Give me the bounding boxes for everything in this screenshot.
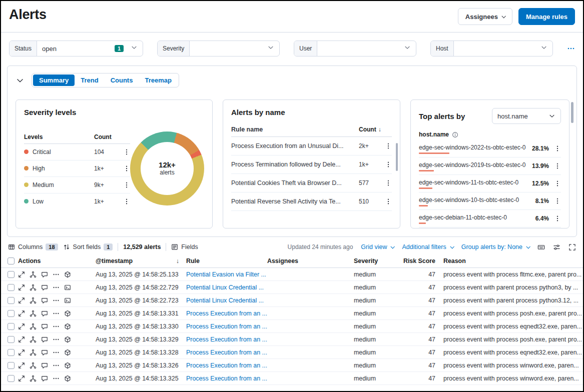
- expand-alert-icon[interactable]: [18, 310, 25, 317]
- row-actions-kebab-icon[interactable]: [123, 165, 130, 172]
- add-note-icon[interactable]: [41, 323, 48, 330]
- user-filter[interactable]: User: [294, 40, 416, 56]
- more-actions-icon[interactable]: [53, 336, 60, 343]
- row-checkbox[interactable]: [8, 323, 15, 330]
- keyboard-shortcuts-icon[interactable]: [537, 244, 545, 251]
- add-note-icon[interactable]: [41, 362, 48, 369]
- session-view-icon[interactable]: [64, 271, 71, 278]
- row-checkbox[interactable]: [8, 336, 15, 343]
- row-checkbox[interactable]: [8, 310, 15, 317]
- row-actions-kebab-icon[interactable]: [385, 161, 392, 168]
- table-row[interactable]: Aug 13, 2025 @ 14:58:22.723 Potential Li…: [1, 294, 583, 307]
- top-alerts-field-select[interactable]: host.name: [492, 108, 561, 124]
- row-checkbox[interactable]: [8, 349, 15, 356]
- analyze-event-icon[interactable]: [30, 271, 37, 278]
- col-count[interactable]: Count↓: [359, 126, 385, 133]
- table-row[interactable]: Aug 13, 2025 @ 14:58:13.330 Process Exec…: [1, 320, 583, 333]
- row-actions-kebab-icon[interactable]: [554, 198, 561, 204]
- add-note-icon[interactable]: [41, 284, 48, 291]
- expand-alert-icon[interactable]: [18, 271, 25, 278]
- analyze-event-icon[interactable]: [30, 323, 37, 330]
- fields-button[interactable]: Fields: [171, 244, 198, 250]
- grid-view-button[interactable]: Grid view: [361, 244, 394, 250]
- expand-alert-icon[interactable]: [18, 349, 25, 356]
- rule-link[interactable]: Process Execution from an ...: [186, 310, 267, 317]
- rule-link[interactable]: Potential Linux Credential ...: [186, 284, 267, 291]
- analyze-event-icon[interactable]: [30, 297, 37, 304]
- session-view-icon[interactable]: [64, 284, 71, 291]
- expand-alert-icon[interactable]: [18, 362, 25, 369]
- row-actions-kebab-icon[interactable]: [554, 180, 561, 187]
- more-actions-icon[interactable]: [53, 284, 60, 291]
- row-actions-kebab-icon[interactable]: [554, 162, 561, 170]
- tab-trend[interactable]: Trend: [75, 74, 104, 86]
- more-actions-icon[interactable]: [53, 323, 60, 330]
- additional-filters-button[interactable]: Additional filters: [402, 244, 453, 250]
- expand-alert-icon[interactable]: [18, 297, 25, 304]
- table-row[interactable]: Aug 13, 2025 @ 14:58:13.326 Process Exec…: [1, 359, 583, 372]
- session-view-icon[interactable]: [64, 362, 71, 369]
- analyze-event-icon[interactable]: [30, 362, 37, 369]
- expand-alert-icon[interactable]: [18, 284, 25, 291]
- more-actions-icon[interactable]: [53, 310, 60, 317]
- rule-link[interactable]: Potential Evasion via Filter ...: [186, 271, 267, 278]
- row-actions-kebab-icon[interactable]: [385, 180, 392, 186]
- session-view-icon[interactable]: [64, 375, 71, 382]
- row-checkbox[interactable]: [8, 284, 15, 291]
- col-timestamp[interactable]: @timestamp↓: [96, 258, 186, 264]
- host-filter[interactable]: Host: [430, 40, 553, 56]
- group-alerts-by-button[interactable]: Group alerts by: None: [461, 244, 529, 250]
- rule-link[interactable]: Process Execution from an ...: [186, 349, 267, 356]
- add-note-icon[interactable]: [41, 271, 48, 278]
- table-row[interactable]: Aug 13, 2025 @ 14:58:22.729 Potential Li…: [1, 281, 583, 294]
- col-risk-score[interactable]: Risk Score: [399, 258, 443, 264]
- session-view-icon[interactable]: [64, 310, 71, 317]
- table-row[interactable]: Aug 13, 2025 @ 14:58:13.329 Process Exec…: [1, 333, 583, 346]
- fullscreen-icon[interactable]: [568, 244, 576, 251]
- tab-treemap[interactable]: Treemap: [139, 74, 177, 86]
- select-all-checkbox[interactable]: [8, 258, 15, 264]
- row-actions-kebab-icon[interactable]: [123, 148, 130, 156]
- status-filter[interactable]: Status open 1: [9, 40, 143, 56]
- sort-fields-button[interactable]: Sort fields 1: [63, 244, 113, 250]
- more-actions-icon[interactable]: [53, 271, 60, 278]
- row-actions-kebab-icon[interactable]: [554, 215, 561, 222]
- analyze-event-icon[interactable]: [30, 375, 37, 382]
- info-icon[interactable]: [452, 132, 458, 138]
- col-reason[interactable]: Reason: [443, 258, 583, 264]
- row-actions-kebab-icon[interactable]: [385, 198, 392, 205]
- session-view-icon[interactable]: [64, 297, 71, 304]
- row-actions-kebab-icon[interactable]: [385, 142, 392, 150]
- analyze-event-icon[interactable]: [30, 349, 37, 356]
- col-assignees[interactable]: Assignees: [267, 258, 354, 264]
- scrollbar[interactable]: [396, 143, 398, 171]
- row-checkbox[interactable]: [8, 362, 15, 369]
- assignees-button[interactable]: Assignees: [458, 8, 512, 25]
- add-note-icon[interactable]: [41, 349, 48, 356]
- rule-link[interactable]: Potential Linux Credential ...: [186, 297, 267, 304]
- session-view-icon[interactable]: [64, 323, 71, 330]
- session-view-icon[interactable]: [64, 349, 71, 356]
- more-filters-icon[interactable]: [567, 44, 575, 52]
- row-actions-kebab-icon[interactable]: [123, 198, 130, 205]
- table-row[interactable]: Aug 13, 2025 @ 14:58:13.328 Process Exec…: [1, 346, 583, 359]
- analyze-event-icon[interactable]: [30, 284, 37, 291]
- table-row[interactable]: Aug 13, 2025 @ 14:58:25.133 Potential Ev…: [1, 268, 583, 281]
- analyze-event-icon[interactable]: [30, 336, 37, 343]
- rule-link[interactable]: Process Execution from an ...: [186, 336, 267, 343]
- expand-alert-icon[interactable]: [18, 375, 25, 382]
- manage-rules-button[interactable]: Manage rules: [518, 8, 575, 25]
- row-actions-kebab-icon[interactable]: [123, 182, 130, 188]
- columns-button[interactable]: Columns 18: [8, 244, 58, 250]
- tab-counts[interactable]: Counts: [105, 74, 139, 86]
- row-checkbox[interactable]: [8, 297, 15, 304]
- table-row[interactable]: Aug 13, 2025 @ 14:58:13.331 Process Exec…: [1, 307, 583, 320]
- expand-alert-icon[interactable]: [18, 336, 25, 343]
- row-checkbox[interactable]: [8, 271, 15, 278]
- scrollbar[interactable]: [571, 102, 573, 123]
- more-actions-icon[interactable]: [53, 297, 60, 304]
- more-actions-icon[interactable]: [53, 375, 60, 382]
- add-note-icon[interactable]: [41, 297, 48, 304]
- add-note-icon[interactable]: [41, 310, 48, 317]
- rule-link[interactable]: Process Execution from an ...: [186, 362, 267, 369]
